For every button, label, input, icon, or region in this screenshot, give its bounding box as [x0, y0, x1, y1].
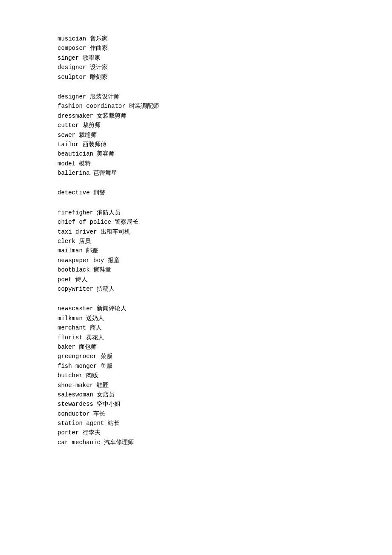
list-item: milkman 送奶人: [58, 314, 392, 323]
list-item: greengrocer 菜贩: [58, 352, 392, 361]
main-content: musician 音乐家composer 作曲家singer 歌唱家design…: [58, 34, 392, 447]
list-item: sculptor 雕刻家: [58, 72, 392, 82]
section-music-arts: musician 音乐家composer 作曲家singer 歌唱家design…: [58, 34, 392, 82]
section-spacer: [58, 294, 392, 304]
list-item: bootblack 擦鞋童: [58, 265, 392, 275]
list-item: designer 设计家: [58, 63, 392, 72]
list-item: cutter 裁剪师: [58, 121, 392, 130]
list-item: fashion coordinator 时装调配师: [58, 101, 392, 111]
list-item: beautician 美容师: [58, 149, 392, 159]
list-item: saleswoman 女店员: [58, 390, 392, 399]
list-item: designer 服装设计师: [58, 92, 392, 101]
list-item: baker 面包师: [58, 342, 392, 352]
list-item: model 模特: [58, 159, 392, 168]
list-item: florist 卖花人: [58, 333, 392, 342]
list-item: dressmaker 女装裁剪师: [58, 111, 392, 121]
list-item: shoe-maker 鞋匠: [58, 381, 392, 390]
list-item: sewer 裁缝师: [58, 130, 392, 140]
list-item: tailor 西装师傅: [58, 140, 392, 149]
section-public-service-2: firefigher 消防人员chief of police 警察局长taxi …: [58, 208, 392, 294]
section-public-service-1: detective 刑警: [58, 188, 392, 197]
section-fashion: designer 服装设计师fashion coordinator 时装调配师d…: [58, 92, 392, 178]
list-item: detective 刑警: [58, 188, 392, 197]
list-item: stewardess 空中小姐: [58, 399, 392, 409]
section-spacer: [58, 82, 392, 92]
list-item: newspaper boy 报童: [58, 256, 392, 265]
list-item: copywriter 撰稿人: [58, 284, 392, 294]
section-spacer: [58, 178, 392, 188]
list-item: composer 作曲家: [58, 43, 392, 53]
list-item: fish-monger 鱼贩: [58, 361, 392, 371]
list-item: chief of police 警察局长: [58, 217, 392, 227]
list-item: newscaster 新闻评论人: [58, 304, 392, 313]
list-item: conductor 车长: [58, 409, 392, 419]
list-item: merchant 商人: [58, 323, 392, 332]
section-spacer: [58, 198, 392, 208]
list-item: ballerina 芭蕾舞星: [58, 168, 392, 178]
list-item: butcher 肉贩: [58, 371, 392, 380]
list-item: car mechanic 汽车修理师: [58, 438, 392, 447]
section-trades: newscaster 新闻评论人milkman 送奶人merchant 商人fl…: [58, 304, 392, 447]
list-item: singer 歌唱家: [58, 53, 392, 63]
list-item: taxi driver 出租车司机: [58, 227, 392, 237]
list-item: musician 音乐家: [58, 34, 392, 43]
list-item: firefigher 消防人员: [58, 208, 392, 217]
list-item: porter 行李夫: [58, 428, 392, 437]
list-item: mailman 邮差: [58, 246, 392, 255]
list-item: station agent 站长: [58, 419, 392, 428]
list-item: poet 诗人: [58, 275, 392, 284]
list-item: clerk 店员: [58, 237, 392, 246]
